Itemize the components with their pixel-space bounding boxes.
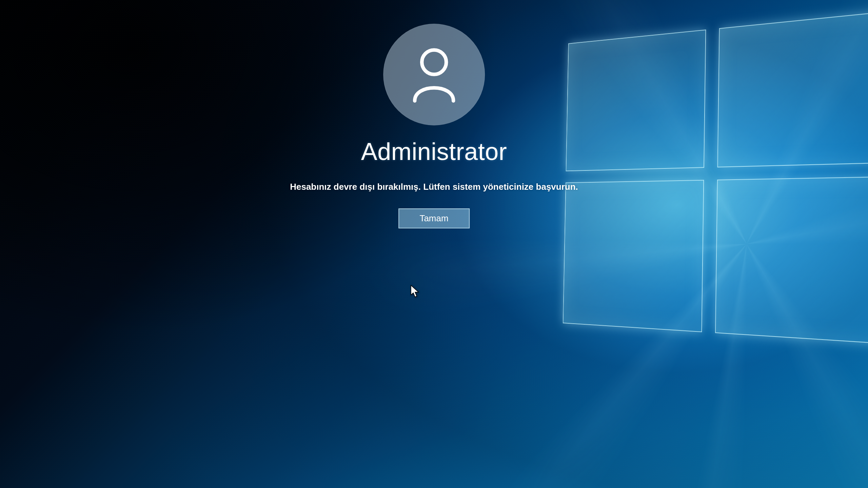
user-icon — [409, 45, 459, 104]
ok-button[interactable]: Tamam — [398, 208, 470, 228]
account-disabled-message: Hesabınız devre dışı bırakılmış. Lütfen … — [290, 182, 578, 192]
user-avatar — [383, 24, 485, 125]
svg-point-0 — [422, 50, 446, 75]
username-label: Administrator — [361, 138, 507, 165]
login-panel: Administrator Hesabınız devre dışı bırak… — [290, 17, 578, 228]
